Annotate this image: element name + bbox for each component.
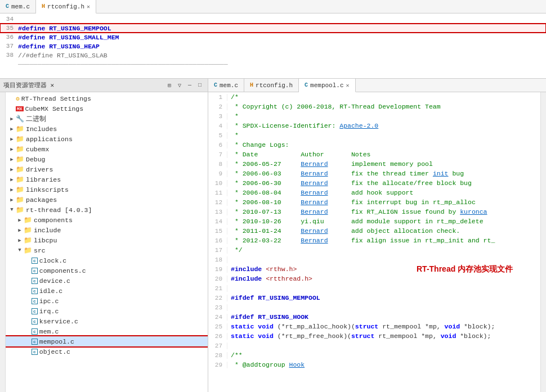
code-line2-25: 25 static void (*rt_mp_alloc_hook)(struc… bbox=[208, 322, 540, 331]
tree-item-mempool-c[interactable]: c mempool.c bbox=[6, 336, 208, 346]
code-line2-29: 29 * @addtogroup Hook bbox=[208, 360, 540, 370]
code-line2-15: 15 * 2011-01-24 Bernard add object alloc… bbox=[208, 226, 540, 236]
tree-item-mem-c[interactable]: c mem.c bbox=[6, 326, 208, 336]
tree-item-kservice-c[interactable]: c kservice.c bbox=[6, 316, 208, 326]
tree-item-includes[interactable]: ▶ 📁 Includes bbox=[6, 124, 208, 134]
packages-folder-icon: 📁 bbox=[16, 196, 24, 204]
arrow-components: ▶ bbox=[16, 217, 24, 223]
drivers-folder-icon: 📁 bbox=[16, 165, 24, 174]
c-file-icon-irq: c bbox=[32, 308, 38, 314]
c-file-icon-components: c bbox=[32, 268, 38, 274]
c-file-icon-clock: c bbox=[32, 258, 38, 264]
applications-folder-icon: 📁 bbox=[16, 135, 24, 143]
tree-item-idle-c[interactable]: c idle.c bbox=[6, 286, 208, 296]
code-line2-23: 23 bbox=[208, 303, 540, 312]
arrow-include: ▶ bbox=[16, 227, 24, 233]
code-line2-5: 5 * bbox=[208, 130, 540, 140]
include-folder-icon: 📁 bbox=[24, 226, 32, 235]
maximize-icon[interactable]: □ bbox=[195, 81, 204, 90]
tree-item-cubemx-folder[interactable]: ▶ 📁 cubemx bbox=[6, 144, 208, 154]
libraries-folder-icon: 📁 bbox=[16, 175, 24, 184]
tree-item-include[interactable]: ▶ 📁 include bbox=[6, 225, 208, 235]
components-folder-icon: 📁 bbox=[24, 216, 32, 224]
code-line2-17: 17 */ bbox=[208, 245, 540, 255]
code-line2-10: 10 * 2006-06-30 Bernard fix the allocate… bbox=[208, 178, 540, 188]
code-line2-14: 14 * 2010-10-26 yi.qiu add module suppor… bbox=[208, 217, 540, 226]
tree-item-device-c[interactable]: c device.c bbox=[6, 276, 208, 286]
top-tab-bar: C mem.c H rtconfig.h ✕ bbox=[0, 0, 546, 13]
tab-rtconfig-right[interactable]: H rtconfig.h bbox=[244, 79, 299, 92]
tree-item-clock-c[interactable]: c clock.c bbox=[6, 255, 208, 265]
arrow-packages: ▶ bbox=[8, 197, 16, 203]
tree-item-packages[interactable]: ▶ 📁 packages bbox=[6, 195, 208, 205]
code-line2-11: 11 * 2006-08-04 Bernard add hook support bbox=[208, 188, 540, 197]
code-line2-2: 2 * Copyright (c) 2006-2018, RT-Thread D… bbox=[208, 102, 540, 111]
c-file-icon-object: c bbox=[32, 349, 38, 355]
code-line-37: 37 #define RT_USING_HEAP bbox=[0, 42, 546, 51]
includes-folder-icon: 📁 bbox=[16, 125, 24, 133]
code-line2-28: 28 /** bbox=[208, 350, 540, 360]
tree-item-debug[interactable]: ▶ 📁 Debug bbox=[6, 154, 208, 164]
c-file-icon-kservice: c bbox=[32, 318, 38, 325]
right-code-wrapper: 1 /* 2 * Copyright (c) 2006-2018, RT-Thr… bbox=[208, 92, 546, 392]
close-tab-icon[interactable]: ✕ bbox=[346, 82, 350, 89]
tree-item-components-c[interactable]: c components.c bbox=[6, 265, 208, 276]
tree-item-drivers[interactable]: ▶ 📁 drivers bbox=[6, 164, 208, 174]
code-line2-18: 18 bbox=[208, 255, 540, 264]
h-file-icon-tab: H bbox=[250, 82, 253, 88]
tree-item-rt-thread-settings[interactable]: ⚙ RT-Thread Settings bbox=[6, 93, 208, 103]
tab-rtconfig-h-top[interactable]: H rtconfig.h ✕ bbox=[36, 0, 96, 13]
tree-item-linkscripts[interactable]: ▶ 📁 linkscripts bbox=[6, 184, 208, 195]
tab-mempool-c-right[interactable]: C mempool.c ✕ bbox=[299, 79, 355, 92]
code-line-38: 38 //#define RT_USING_SLAB bbox=[0, 51, 546, 60]
right-code-scroll[interactable]: 1 /* 2 * Copyright (c) 2006-2018, RT-Thr… bbox=[208, 92, 540, 392]
cubemx-icon: MX bbox=[16, 106, 24, 111]
src-folder-icon: 📁 bbox=[24, 246, 32, 255]
c-file-icon-mem: c bbox=[32, 328, 38, 335]
code-line2-26: 26 static void (*rt_mp_free_hook)(struct… bbox=[208, 331, 540, 341]
code-line2-19: 19 #include <rthw.h> RT-Thread 内存池实现文件 bbox=[208, 264, 540, 274]
debug-folder-icon: 📁 bbox=[16, 155, 24, 164]
close-icon[interactable]: ✕ bbox=[87, 3, 90, 10]
arrow-src: ▼ bbox=[16, 247, 24, 253]
c-file-icon-ipc: c bbox=[32, 298, 38, 304]
code-line2-22: 22 #ifdef RT_USING_MEMPOOL bbox=[208, 293, 540, 303]
h-file-icon: H bbox=[42, 3, 45, 10]
code-line-34: 34 bbox=[0, 15, 546, 24]
bottom-area: 项目资源管理器 ✕ ⊞ ▽ — □ ⚙ RT-Thread Settings bbox=[0, 79, 546, 392]
tree-item-libraries[interactable]: ▶ 📁 libraries bbox=[6, 174, 208, 184]
collapse-all-icon[interactable]: ⊞ bbox=[165, 81, 174, 90]
code-line2-13: 13 * 2010-07-13 Bernard fix RT_ALIGN iss… bbox=[208, 207, 540, 217]
code-line2-1: 1 /* bbox=[208, 92, 540, 102]
c-file-icon-device: c bbox=[32, 278, 38, 284]
link-editor-icon[interactable]: ▽ bbox=[175, 81, 184, 90]
tab-mem-c-right[interactable]: C mem.c bbox=[208, 79, 244, 92]
arrow-libcpu: ▶ bbox=[16, 237, 24, 244]
c-file-icon-tab: C bbox=[214, 82, 217, 88]
tab-mem-c-top[interactable]: C mem.c bbox=[0, 0, 36, 13]
tree-item-binary[interactable]: ▶ 🔧 二进制 bbox=[6, 114, 208, 124]
tree-item-ipc-c[interactable]: c ipc.c bbox=[6, 296, 208, 306]
top-code-area: 34 35 #define RT_USING_MEMPOOL 36 #defin… bbox=[0, 13, 546, 78]
top-editor: C mem.c H rtconfig.h ✕ 34 35 #define RT_… bbox=[0, 0, 546, 79]
tree-item-src[interactable]: ▼ 📁 src bbox=[6, 245, 208, 255]
c-file-icon-mempool-tab: C bbox=[305, 82, 308, 88]
code-line2-8: 8 * 2006-05-27 Bernard implement memory … bbox=[208, 159, 540, 169]
arrow-rt-thread: ▼ bbox=[8, 207, 16, 213]
tree-item-irq-c[interactable]: c irq.c bbox=[6, 306, 208, 316]
tree-item-libcpu[interactable]: ▶ 📁 libcpu bbox=[6, 235, 208, 245]
right-scrollbar[interactable] bbox=[540, 92, 546, 392]
tree-item-cubemx-settings[interactable]: MX CubeMX Settings bbox=[6, 103, 208, 114]
tree-item-components[interactable]: ▶ 📁 components bbox=[6, 215, 208, 225]
tab-label-mempool: mempool.c bbox=[310, 82, 343, 89]
tree-item-rt-thread[interactable]: ▼ 📁 rt-thread [4.0.3] bbox=[6, 205, 208, 215]
tree-item-object-c[interactable]: c object.c bbox=[6, 346, 208, 357]
code-line2-9: 9 * 2006-06-03 Bernard fix the thread ti… bbox=[208, 169, 540, 178]
code-line2-27: 27 bbox=[208, 341, 540, 350]
tree-scroll-gutter bbox=[0, 92, 6, 392]
tree-item-applications[interactable]: ▶ 📁 applications bbox=[6, 134, 208, 144]
libcpu-folder-icon: 📁 bbox=[24, 236, 32, 245]
cubemx-folder-icon: 📁 bbox=[16, 145, 24, 154]
minimize-icon[interactable]: — bbox=[185, 81, 194, 90]
binary-icon: 🔧 bbox=[16, 115, 24, 123]
